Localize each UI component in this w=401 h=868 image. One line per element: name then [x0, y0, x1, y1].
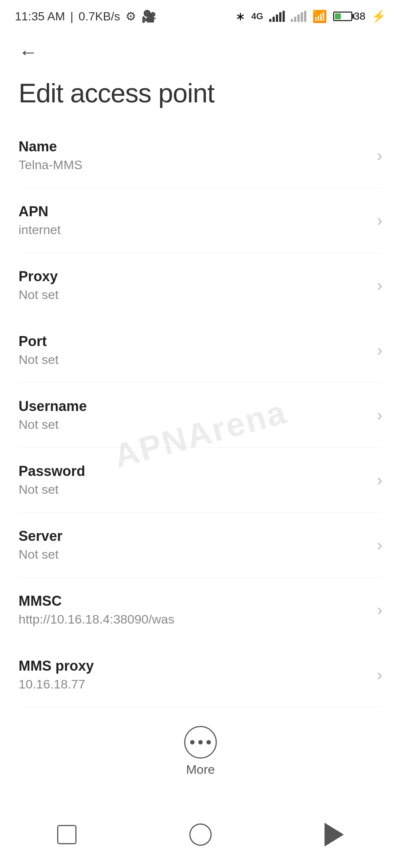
settings-item-proxy[interactable]: Proxy Not set ›: [19, 253, 382, 318]
settings-list: Name Telna-MMS › APN internet › Proxy No…: [0, 123, 401, 707]
nav-recents-button[interactable]: [52, 820, 82, 849]
status-left: 11:35 AM | 0.7KB/s ⚙ 🎥: [15, 9, 156, 23]
chevron-icon-server: ›: [377, 536, 382, 554]
network-speed: 0.7KB/s: [79, 10, 120, 23]
chevron-icon-mms-proxy: ›: [377, 665, 382, 684]
settings-label-mms-proxy: MMS proxy: [19, 658, 369, 674]
settings-item-username-content: Username Not set: [19, 398, 369, 432]
settings-item-name[interactable]: Name Telna-MMS ›: [19, 123, 382, 188]
battery-level: 38: [354, 10, 365, 22]
recents-icon: [57, 825, 76, 844]
chevron-icon-port: ›: [377, 341, 382, 359]
settings-item-mms-proxy-content: MMS proxy 10.16.18.77: [19, 658, 369, 691]
more-dots-icon: [190, 740, 211, 744]
settings-value-apn: internet: [19, 223, 369, 237]
nav-home-button[interactable]: [186, 820, 215, 849]
settings-value-password: Not set: [19, 482, 369, 497]
back-icon: [325, 823, 344, 846]
settings-value-name: Telna-MMS: [19, 158, 369, 172]
settings-item-password[interactable]: Password Not set ›: [19, 448, 382, 513]
battery-container: 38: [333, 10, 365, 22]
top-nav: ←: [0, 30, 401, 70]
settings-item-name-content: Name Telna-MMS: [19, 139, 369, 172]
nav-back-button[interactable]: [319, 820, 349, 849]
settings-item-apn[interactable]: APN internet ›: [19, 188, 382, 253]
settings-value-mms-proxy: 10.16.18.77: [19, 677, 369, 691]
settings-label-name: Name: [19, 139, 369, 155]
page-title-section: Edit access point: [0, 70, 401, 123]
more-button[interactable]: [184, 726, 217, 759]
charging-icon: ⚡: [371, 9, 386, 23]
speed-display: |: [70, 10, 73, 23]
settings-icon: ⚙: [125, 9, 136, 23]
more-label: More: [186, 762, 215, 777]
wifi-icon: 📶: [312, 9, 327, 23]
signal-bars-1: [269, 11, 285, 22]
home-icon: [189, 823, 212, 846]
time-display: 11:35 AM: [15, 10, 65, 23]
settings-label-apn: APN: [19, 204, 369, 220]
settings-item-mmsc[interactable]: MMSC http://10.16.18.4:38090/was ›: [19, 578, 382, 642]
chevron-icon-proxy: ›: [377, 276, 382, 295]
page-title: Edit access point: [19, 78, 382, 108]
settings-item-password-content: Password Not set: [19, 463, 369, 497]
chevron-icon-password: ›: [377, 471, 382, 489]
settings-value-mmsc: http://10.16.18.4:38090/was: [19, 612, 369, 627]
back-arrow-icon: ←: [19, 41, 38, 63]
settings-item-port-content: Port Not set: [19, 333, 369, 367]
settings-item-mms-proxy[interactable]: MMS proxy 10.16.18.77 ›: [19, 642, 382, 707]
network-type-icon: 4G: [251, 11, 263, 22]
bluetooth-icon: ∗: [235, 9, 245, 23]
camera-icon: 🎥: [141, 9, 156, 23]
status-right: ∗ 4G 📶 38 ⚡: [235, 9, 386, 23]
signal-bars-2: [291, 11, 306, 22]
chevron-icon-mmsc: ›: [377, 601, 382, 619]
settings-item-username[interactable]: Username Not set ›: [19, 383, 382, 448]
battery-icon: [333, 11, 352, 21]
settings-label-password: Password: [19, 463, 369, 479]
settings-label-mmsc: MMSC: [19, 593, 369, 609]
settings-label-port: Port: [19, 333, 369, 349]
chevron-icon-name: ›: [377, 146, 382, 165]
settings-item-proxy-content: Proxy Not set: [19, 269, 369, 302]
settings-item-apn-content: APN internet: [19, 204, 369, 237]
settings-value-port: Not set: [19, 352, 369, 367]
dot-2: [198, 740, 203, 744]
settings-label-server: Server: [19, 528, 369, 544]
back-button[interactable]: ←: [15, 39, 42, 65]
battery-fill: [335, 13, 341, 19]
dot-3: [206, 740, 211, 744]
chevron-icon-apn: ›: [377, 211, 382, 230]
status-bar: 11:35 AM | 0.7KB/s ⚙ 🎥 ∗ 4G 📶 38: [0, 0, 401, 30]
settings-value-server: Not set: [19, 547, 369, 562]
settings-label-proxy: Proxy: [19, 269, 369, 285]
more-section: More: [0, 707, 401, 792]
settings-item-server[interactable]: Server Not set ›: [19, 513, 382, 578]
chevron-icon-username: ›: [377, 406, 382, 424]
nav-bar: [0, 809, 401, 868]
settings-item-port[interactable]: Port Not set ›: [19, 318, 382, 383]
settings-item-server-content: Server Not set: [19, 528, 369, 562]
settings-item-mmsc-content: MMSC http://10.16.18.4:38090/was: [19, 593, 369, 627]
settings-value-username: Not set: [19, 417, 369, 432]
settings-label-username: Username: [19, 398, 369, 414]
settings-value-proxy: Not set: [19, 287, 369, 302]
dot-1: [190, 740, 195, 744]
